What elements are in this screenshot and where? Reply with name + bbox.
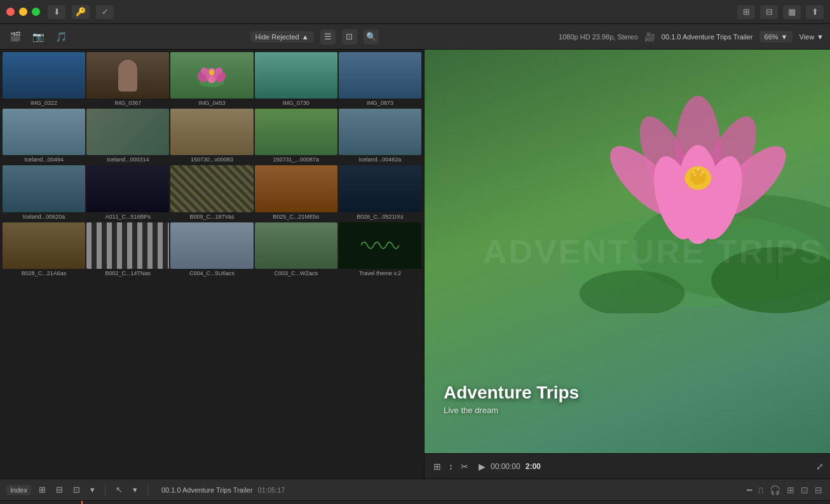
toolbar-right: 1080p HD 23.98p, Stereo 🎥 00.1.0 Adventu… <box>559 31 824 43</box>
crop-button[interactable]: ✂ <box>458 460 471 473</box>
timeline-ruler: 00:00:00:00 00:00:05:00 00:00:10:00 00:0… <box>0 501 830 504</box>
list-item[interactable]: 150731_...00087a <box>255 109 337 164</box>
timeline-skimmer-icon[interactable]: ⊡ <box>71 484 83 496</box>
list-item[interactable]: B028_C...21A6as <box>3 222 85 278</box>
preview-subtitle: Live the dream <box>444 405 579 415</box>
timeline-solo-icon[interactable]: ⊡ <box>799 484 810 496</box>
list-item[interactable]: Iceland...00620a <box>3 165 85 221</box>
format-info: 1080p HD 23.98p, Stereo <box>559 33 638 41</box>
hide-rejected-button[interactable]: Hide Rejected ▲ <box>250 31 314 43</box>
clip-label: 150730...v00083 <box>170 155 253 164</box>
index-button[interactable]: Index <box>6 485 31 495</box>
play-button[interactable]: ▶ <box>476 460 488 473</box>
toolbar-center: Hide Rejected ▲ ☰ ⊡ 🔍 <box>75 29 554 44</box>
clip-label: B002_C...14TNas <box>86 269 169 278</box>
timeline-audio-icon[interactable]: ⊟ <box>53 484 65 496</box>
clip-label: IMG_0322 <box>3 99 85 107</box>
maximize-button[interactable] <box>32 8 40 16</box>
clip-thumbnail <box>339 52 421 99</box>
clip-appearance-icon[interactable]: ⊡ <box>342 29 357 44</box>
list-item[interactable]: B009_C...187Vas <box>170 165 253 221</box>
timeline-dropdown-icon[interactable]: ▾ <box>88 484 97 496</box>
timeline-clip-connections-icon[interactable]: ⊟ <box>813 484 824 496</box>
list-item[interactable]: C003_C...WZacs <box>255 222 337 278</box>
transform-button[interactable]: ↕ <box>446 460 456 473</box>
playhead-ruler <box>81 501 83 504</box>
hide-rejected-label: Hide Rejected <box>255 33 299 41</box>
frame-view-button[interactable]: ⊞ <box>431 460 444 473</box>
timeline-headphones-icon[interactable]: 🎧 <box>768 484 782 496</box>
timeline-clip-icon[interactable]: ⊞ <box>36 484 48 496</box>
clip-thumbnail <box>86 165 169 212</box>
timeline-zoom-out-icon[interactable]: ━ <box>745 484 753 496</box>
clip-label: Iceland...00462a <box>339 155 421 164</box>
clip-label: B009_C...187Vas <box>170 212 253 221</box>
list-view-icon[interactable]: ⊟ <box>760 5 778 19</box>
timeline-mute-icon[interactable]: ⊞ <box>786 484 796 496</box>
view-chevron-icon: ▼ <box>817 33 824 41</box>
list-item[interactable]: IMG_0453 <box>170 52 253 107</box>
view-button[interactable]: View ▼ <box>799 33 824 41</box>
list-item[interactable]: Iceland...00494 <box>3 109 85 164</box>
minimize-button[interactable] <box>19 8 27 16</box>
list-item[interactable]: B025_C...21MEbs <box>255 165 337 221</box>
timeline-toolbar: Index ⊞ ⊟ ⊡ ▾ ↖ ▾ 00.1.0 Adventure Trips… <box>0 479 830 501</box>
grid-view-icon[interactable]: ⊞ <box>737 5 755 19</box>
search-icon[interactable]: 🔍 <box>364 29 379 44</box>
titlebar-right-icons: ⊞ ⊟ ▦ ⬆ <box>737 5 824 19</box>
filter-icon[interactable]: ☰ <box>320 29 336 44</box>
list-item[interactable]: 150730...v00083 <box>170 109 253 164</box>
camera-icon: 🎥 <box>644 32 655 42</box>
clip-label: Iceland...00620a <box>3 212 85 221</box>
fullscreen-button[interactable]: ⤢ <box>816 461 824 472</box>
list-item[interactable]: IMG_0367 <box>86 52 169 107</box>
key-icon[interactable]: 🔑 <box>72 5 90 19</box>
tool-dropdown-icon[interactable]: ▾ <box>130 484 140 496</box>
list-item[interactable]: IMG_0322 <box>3 52 85 107</box>
browser-panel: IMG_0322 IMG_0367 <box>0 50 425 479</box>
svg-point-20 <box>692 171 695 174</box>
share-icon[interactable]: ⬆ <box>806 5 824 19</box>
clip-thumbnail <box>86 222 169 269</box>
list-item[interactable]: C004_C...5U6acs <box>170 222 253 278</box>
audio-icon[interactable]: 🎵 <box>52 28 70 46</box>
list-item[interactable]: Travel theme v.2 <box>339 222 421 278</box>
timeline-waveform-icon[interactable]: ⎍ <box>757 484 765 496</box>
svg-point-23 <box>695 174 697 175</box>
close-button[interactable] <box>6 8 15 16</box>
photos-icon[interactable]: 📷 <box>29 28 47 46</box>
preview-panel: ADVENTURE TRIPS Adventure Trips Live the… <box>425 50 830 479</box>
list-item[interactable]: Iceland...00462a <box>339 109 421 164</box>
background-text: ADVENTURE TRIPS <box>483 235 824 268</box>
clip-label: IMG_0453 <box>170 99 253 107</box>
check-icon[interactable]: ✓ <box>96 5 114 19</box>
zoom-button[interactable]: 66% ▼ <box>759 31 793 43</box>
svg-point-21 <box>702 171 704 174</box>
list-item[interactable]: IMG_0873 <box>339 52 421 107</box>
index-label: Index <box>10 486 27 494</box>
zoom-chevron-icon: ▼ <box>781 33 788 41</box>
clip-thumbnail <box>170 222 253 269</box>
list-item[interactable]: IMG_0730 <box>255 52 337 107</box>
library-icon[interactable]: 🎬 <box>6 28 24 46</box>
svg-point-24 <box>700 174 702 175</box>
panel-icon[interactable]: ▦ <box>783 5 801 19</box>
preview-title-overlay: Adventure Trips Live the dream <box>444 383 579 415</box>
bg-text-line: ADVENTURE TRIPS <box>483 235 824 268</box>
download-icon[interactable]: ⬇ <box>48 5 65 19</box>
list-item[interactable]: B026_C...0521IXs <box>339 165 421 221</box>
clip-thumbnail <box>170 109 253 155</box>
list-item[interactable]: B002_C...14TNas <box>86 222 169 278</box>
svg-point-22 <box>697 168 700 171</box>
timeline-toolbar-right: ━ ⎍ 🎧 ⊞ ⊡ ⊟ <box>745 484 824 496</box>
clip-label: Iceland...00494 <box>3 155 85 164</box>
clip-thumbnail <box>339 222 421 269</box>
clip-label: C004_C...5U6acs <box>170 269 253 278</box>
zoom-level: 66% <box>765 33 779 41</box>
preview-video: ADVENTURE TRIPS Adventure Trips Live the… <box>425 50 830 453</box>
list-item[interactable]: A011_C...516BPs <box>86 165 169 221</box>
clip-thumbnail <box>3 52 85 99</box>
clip-thumbnail <box>255 109 337 155</box>
select-tool-icon[interactable]: ↖ <box>113 484 125 496</box>
list-item[interactable]: Iceland...000314 <box>86 109 169 164</box>
